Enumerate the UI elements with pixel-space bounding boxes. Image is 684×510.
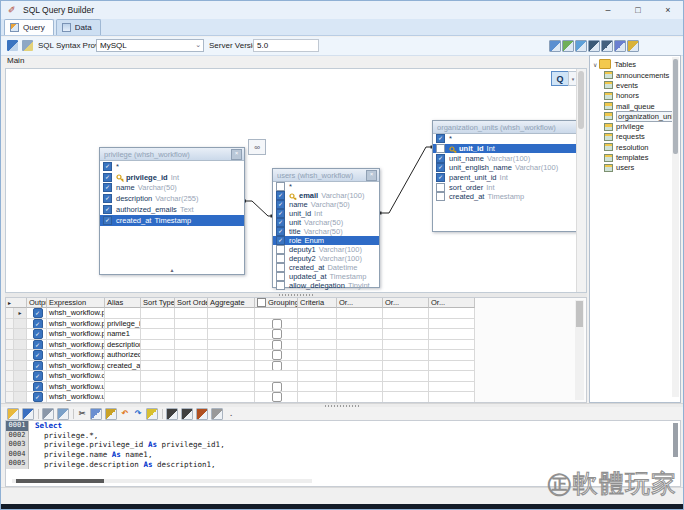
unchecked-checkbox[interactable] <box>276 182 285 191</box>
row-header-cell[interactable] <box>14 319 27 330</box>
expression-cell[interactable]: whsh_workflow.orga <box>47 371 105 382</box>
row-drag-handle[interactable] <box>6 319 14 330</box>
add-object-icon[interactable] <box>575 40 587 52</box>
alias-cell[interactable] <box>105 371 141 382</box>
checked-checkbox[interactable]: ✓ <box>103 205 112 214</box>
row-header-cell[interactable]: ▸ <box>14 308 27 319</box>
unchecked-checkbox[interactable] <box>436 192 445 201</box>
output-checked-checkbox[interactable]: ✓ <box>33 361 43 371</box>
or-cell[interactable] <box>383 319 429 330</box>
checked-checkbox[interactable]: ✓ <box>436 163 445 172</box>
aggregate-cell[interactable] <box>208 319 255 330</box>
row-drag-handle[interactable] <box>6 371 14 382</box>
minimize-button[interactable]: – <box>593 1 623 19</box>
expression-cell[interactable]: whsh_workflow.privi <box>47 329 105 340</box>
bookmark-icon[interactable] <box>196 408 208 420</box>
alias-cell[interactable] <box>105 382 141 393</box>
open-icon[interactable] <box>7 408 19 420</box>
unchecked-checkbox[interactable] <box>276 245 285 254</box>
output-cell[interactable]: ✓ <box>27 340 47 351</box>
grid-column-header-output[interactable]: Output <box>27 298 47 308</box>
aggregate-cell[interactable] <box>208 340 255 351</box>
grouping-unchecked-checkbox[interactable] <box>272 329 282 339</box>
or-cell[interactable] <box>429 392 475 403</box>
output-cell[interactable]: ✓ <box>27 319 47 330</box>
alias-cell[interactable]: privilege_id1 <box>105 319 141 330</box>
output-checked-checkbox[interactable]: ✓ <box>33 371 43 381</box>
output-cell[interactable]: ✓ <box>27 308 47 319</box>
aggregate-cell[interactable] <box>208 329 255 340</box>
sort-type-cell[interactable] <box>141 382 175 393</box>
output-checked-checkbox[interactable]: ✓ <box>33 350 43 360</box>
alias-cell[interactable] <box>105 308 141 319</box>
grouping-cell[interactable] <box>255 329 298 340</box>
criteria-cell[interactable] <box>298 382 337 393</box>
sort-order-cell[interactable] <box>175 361 208 372</box>
grouping-cell[interactable] <box>255 350 298 361</box>
row-header-cell[interactable] <box>14 340 27 351</box>
close-icon[interactable]: × <box>231 149 242 160</box>
table-header[interactable]: users (whsh_workflow)× <box>273 169 379 182</box>
or-cell[interactable] <box>429 350 475 361</box>
tree-item-announcements[interactable]: announcements <box>590 70 680 80</box>
row-drag-handle[interactable] <box>6 392 14 403</box>
grouping-cell[interactable] <box>255 392 298 403</box>
table-header[interactable]: organization_units (whsh_workflow) <box>433 121 581 134</box>
expression-cell[interactable]: whsh_workflow.user <box>47 392 105 403</box>
syntax-provider-select[interactable]: MySQL ⌄ <box>96 39 204 52</box>
print-icon[interactable] <box>42 408 54 420</box>
output-checked-checkbox[interactable]: ✓ <box>33 329 43 339</box>
unchecked-checkbox[interactable] <box>276 272 285 281</box>
diagram-table-users[interactable]: users (whsh_workflow)×*✓emailVarchar(100… <box>272 168 380 288</box>
field-row-star[interactable]: ✓* <box>100 161 244 172</box>
field-row-unit[interactable]: ✓unitVarchar(50) <box>273 218 379 227</box>
collapse-arrow-icon[interactable]: ▲ <box>100 267 244 273</box>
row-header-cell[interactable] <box>14 361 27 372</box>
or-cell[interactable] <box>337 319 383 330</box>
or-cell[interactable] <box>429 382 475 393</box>
table-header[interactable]: privilege (whsh_workflow)× <box>100 148 244 161</box>
unchecked-checkbox[interactable] <box>436 183 445 192</box>
or-cell[interactable] <box>337 308 383 319</box>
output-checked-checkbox[interactable]: ✓ <box>33 392 43 402</box>
output-cell[interactable]: ✓ <box>27 382 47 393</box>
sort-order-cell[interactable] <box>175 329 208 340</box>
checked-checkbox[interactable]: ✓ <box>276 191 285 200</box>
output-checked-checkbox[interactable]: ✓ <box>33 308 43 318</box>
checked-checkbox[interactable]: ✓ <box>436 154 445 163</box>
output-checked-checkbox[interactable]: ✓ <box>33 340 43 350</box>
output-cell[interactable]: ✓ <box>27 392 47 403</box>
checked-checkbox[interactable]: ✓ <box>276 209 285 218</box>
row-drag-handle[interactable] <box>6 340 14 351</box>
checked-checkbox[interactable]: ✓ <box>276 218 285 227</box>
field-row-sort_order[interactable]: sort_orderInt <box>433 182 581 192</box>
close-icon[interactable]: × <box>366 170 377 181</box>
format-icon[interactable] <box>146 408 158 420</box>
row-drag-handle[interactable] <box>6 329 14 340</box>
sort-type-cell[interactable] <box>141 319 175 330</box>
or-cell[interactable] <box>429 371 475 382</box>
grouping-unchecked-checkbox[interactable] <box>272 319 282 329</box>
row-header-cell[interactable] <box>14 371 27 382</box>
add-derived-table-icon[interactable] <box>562 40 574 52</box>
sort-type-cell[interactable] <box>141 361 175 372</box>
sort-type-cell[interactable] <box>141 340 175 351</box>
grouping-cell[interactable] <box>255 361 298 372</box>
sort-type-cell[interactable] <box>141 329 175 340</box>
or-cell[interactable] <box>383 308 429 319</box>
grid-column-header-sortorder[interactable]: Sort Order <box>175 298 208 308</box>
select-special-icon[interactable] <box>211 408 223 420</box>
field-row-updated_at[interactable]: updated_atTimestamp <box>273 272 379 281</box>
sort-order-cell[interactable] <box>175 371 208 382</box>
criteria-cell[interactable] <box>298 308 337 319</box>
or-cell[interactable] <box>429 308 475 319</box>
checked-checkbox[interactable]: ✓ <box>103 183 112 192</box>
output-cell[interactable]: ✓ <box>27 361 47 372</box>
tree-item-organization_uni[interactable]: organization_uni <box>590 111 680 121</box>
grouping-unchecked-checkbox[interactable] <box>272 392 282 402</box>
output-cell[interactable]: ✓ <box>27 371 47 382</box>
or-cell[interactable] <box>383 340 429 351</box>
unchecked-checkbox[interactable] <box>276 263 285 272</box>
field-row-star[interactable]: ✓* <box>433 134 581 144</box>
sort-order-cell[interactable] <box>175 319 208 330</box>
